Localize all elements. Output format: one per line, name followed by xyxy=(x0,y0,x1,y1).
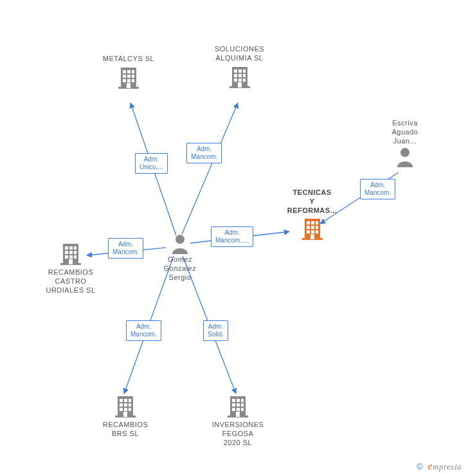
svg-rect-2 xyxy=(123,70,126,73)
node-center-person[interactable]: GomezGonzalezSergio xyxy=(158,233,203,282)
node-tecnicas[interactable]: TECNICASYREFORMAS... xyxy=(282,188,343,242)
building-icon xyxy=(227,64,253,90)
svg-rect-49 xyxy=(69,259,73,264)
node-label: METALCYS SL xyxy=(100,55,158,64)
watermark-e: e xyxy=(428,461,433,471)
svg-rect-48 xyxy=(74,255,76,259)
svg-rect-72 xyxy=(241,408,244,411)
svg-rect-56 xyxy=(124,403,127,407)
node-recambios-cu[interactable]: RECAMBIOSCASTROURDIALES SL xyxy=(39,241,103,295)
svg-rect-46 xyxy=(65,255,68,259)
svg-rect-58 xyxy=(120,408,123,411)
svg-rect-36 xyxy=(310,234,314,239)
svg-rect-54 xyxy=(129,399,131,402)
svg-rect-43 xyxy=(65,251,68,254)
edge-label-tecnicas: Adm.Mancom.,... xyxy=(211,226,253,247)
svg-rect-5 xyxy=(123,75,126,78)
svg-rect-14 xyxy=(234,69,237,73)
svg-rect-34 xyxy=(311,230,314,233)
svg-rect-9 xyxy=(127,79,130,82)
svg-rect-35 xyxy=(316,230,318,233)
svg-rect-19 xyxy=(243,74,246,77)
svg-rect-60 xyxy=(129,408,131,411)
edge-label-soluciones: Adm.Mancom. xyxy=(186,143,222,163)
svg-rect-67 xyxy=(232,403,235,407)
svg-rect-59 xyxy=(124,408,127,411)
svg-rect-45 xyxy=(74,251,76,254)
svg-point-24 xyxy=(401,148,410,157)
svg-rect-61 xyxy=(123,412,127,417)
svg-rect-10 xyxy=(132,79,134,82)
svg-rect-3 xyxy=(127,70,130,73)
node-label: TECNICASYREFORMAS... xyxy=(282,188,343,215)
edge-label-metalcys: Adm.Unico,... xyxy=(135,153,168,174)
svg-rect-17 xyxy=(234,74,237,77)
svg-rect-65 xyxy=(237,399,240,402)
svg-rect-31 xyxy=(311,226,314,229)
svg-rect-27 xyxy=(307,221,310,224)
node-label: RECAMBIOSCASTROURDIALES SL xyxy=(39,268,103,295)
svg-rect-53 xyxy=(124,399,127,402)
svg-rect-68 xyxy=(237,403,240,407)
edge-to-soluciones xyxy=(182,103,238,234)
svg-rect-23 xyxy=(238,82,242,87)
svg-point-37 xyxy=(176,235,184,244)
node-recambios-brs[interactable]: RECAMBIOSBRS SL xyxy=(93,394,158,439)
svg-rect-29 xyxy=(316,221,318,224)
edge-label-recambios-brs: Adm.Mancom. xyxy=(126,320,161,341)
building-icon xyxy=(116,65,141,91)
edge-label-inversiones: Adm.Solid. xyxy=(203,320,228,341)
svg-rect-71 xyxy=(237,408,240,411)
svg-rect-41 xyxy=(69,246,73,250)
svg-rect-11 xyxy=(127,83,130,88)
svg-rect-66 xyxy=(241,399,244,402)
svg-rect-69 xyxy=(241,403,244,407)
svg-rect-33 xyxy=(307,230,310,233)
node-label: GomezGonzalezSergio xyxy=(158,255,203,282)
svg-rect-8 xyxy=(123,79,126,82)
svg-rect-42 xyxy=(74,246,76,250)
svg-rect-30 xyxy=(307,226,310,229)
node-inversiones[interactable]: INVERSIONESFEGOSA2020 SL xyxy=(206,394,270,447)
svg-rect-15 xyxy=(239,69,242,73)
svg-rect-44 xyxy=(69,251,73,254)
watermark: © empresia xyxy=(417,461,462,472)
svg-rect-64 xyxy=(232,399,235,402)
svg-rect-18 xyxy=(239,74,242,77)
svg-rect-52 xyxy=(120,399,123,402)
copyright-symbol: © xyxy=(417,462,423,471)
edge-label-recambios-cu: Adm.Mancom. xyxy=(108,238,143,259)
svg-rect-73 xyxy=(236,412,240,417)
node-label: SOLUCIONESALQUIMIA SL xyxy=(209,45,270,63)
svg-rect-7 xyxy=(132,75,134,78)
svg-rect-22 xyxy=(243,78,246,82)
node-escriva[interactable]: EscrivaAguadoJuan... xyxy=(382,119,428,167)
watermark-rest: mpresia xyxy=(433,462,462,471)
building-icon xyxy=(58,241,84,267)
edge-label-escriva: Adm.Mancom. xyxy=(360,179,395,199)
node-soluciones[interactable]: SOLUCIONESALQUIMIA SL xyxy=(209,45,270,90)
building-icon xyxy=(225,394,251,419)
person-icon xyxy=(395,147,415,167)
node-label: RECAMBIOSBRS SL xyxy=(93,421,158,439)
svg-rect-70 xyxy=(232,408,235,411)
building-icon xyxy=(113,394,138,419)
svg-rect-4 xyxy=(132,70,134,73)
svg-rect-55 xyxy=(120,403,123,407)
node-metalcys[interactable]: METALCYS SL xyxy=(100,55,158,91)
node-label: EscrivaAguadoJuan... xyxy=(382,119,428,145)
svg-rect-32 xyxy=(316,226,318,229)
svg-rect-21 xyxy=(239,78,242,82)
svg-rect-40 xyxy=(65,246,68,250)
svg-rect-47 xyxy=(69,255,73,259)
svg-rect-28 xyxy=(311,221,314,224)
person-icon xyxy=(170,233,190,254)
network-diagram: Adm.Unico,... Adm.Mancom. Adm.Mancom.,..… xyxy=(0,0,468,476)
svg-rect-57 xyxy=(129,403,131,407)
node-label: INVERSIONESFEGOSA2020 SL xyxy=(206,421,270,447)
svg-rect-16 xyxy=(243,69,246,73)
svg-rect-20 xyxy=(234,78,237,82)
building-icon xyxy=(300,216,325,242)
svg-rect-6 xyxy=(127,75,130,78)
